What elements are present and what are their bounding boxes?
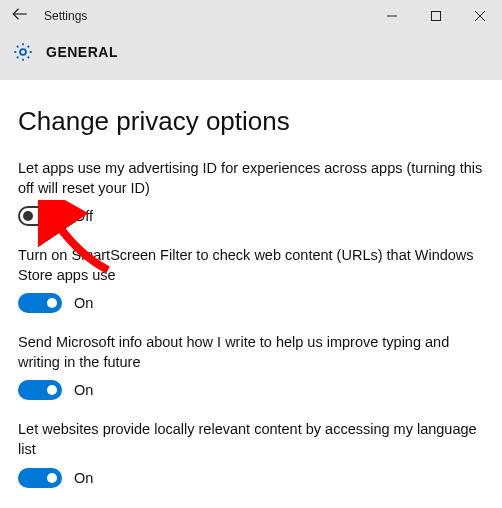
back-button[interactable] xyxy=(0,5,40,28)
title-bar: Settings xyxy=(0,0,502,32)
window-controls xyxy=(370,0,502,32)
toggle-state-label: On xyxy=(74,470,93,486)
toggle-language-list[interactable] xyxy=(18,468,62,488)
option-language-list: Let websites provide locally relevant co… xyxy=(18,420,484,487)
content-area: Change privacy options Let apps use my a… xyxy=(0,80,502,508)
svg-rect-2 xyxy=(432,12,441,21)
page-title: Change privacy options xyxy=(18,106,484,137)
section-title: GENERAL xyxy=(46,44,118,60)
toggle-state-label: On xyxy=(74,295,93,311)
section-header: GENERAL xyxy=(0,32,502,80)
toggle-state-label: On xyxy=(74,382,93,398)
gear-icon xyxy=(12,41,34,63)
toggle-advertising-id[interactable] xyxy=(18,206,62,226)
toggle-smartscreen[interactable] xyxy=(18,293,62,313)
option-smartscreen: Turn on SmartScreen Filter to check web … xyxy=(18,246,484,313)
option-description: Send Microsoft info about how I write to… xyxy=(18,333,484,372)
svg-point-5 xyxy=(20,49,26,55)
close-button[interactable] xyxy=(458,0,502,32)
window-title: Settings xyxy=(44,9,87,23)
toggle-typing-info[interactable] xyxy=(18,380,62,400)
minimize-button[interactable] xyxy=(370,0,414,32)
maximize-button[interactable] xyxy=(414,0,458,32)
toggle-state-label: Off xyxy=(74,208,93,224)
option-typing-info: Send Microsoft info about how I write to… xyxy=(18,333,484,400)
option-description: Let apps use my advertising ID for exper… xyxy=(18,159,484,198)
option-advertising-id: Let apps use my advertising ID for exper… xyxy=(18,159,484,226)
option-description: Turn on SmartScreen Filter to check web … xyxy=(18,246,484,285)
option-description: Let websites provide locally relevant co… xyxy=(18,420,484,459)
